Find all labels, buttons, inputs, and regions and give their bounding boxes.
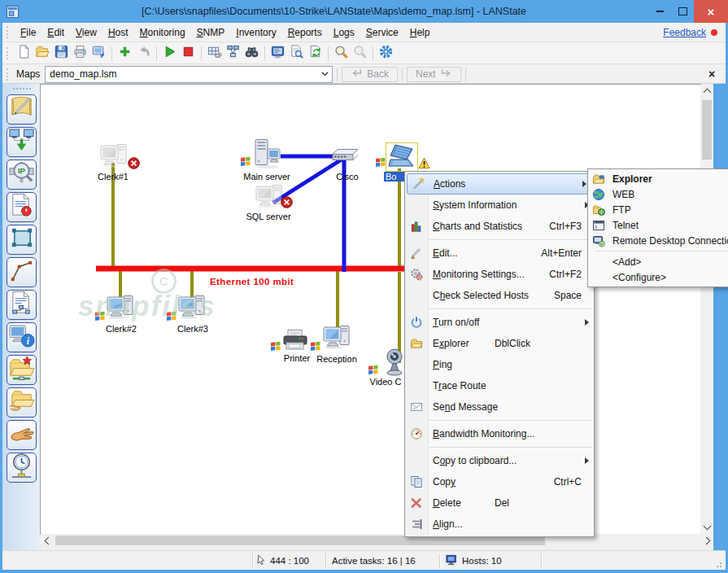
minimize-button[interactable]	[648, 0, 671, 23]
submenu-item-explorer[interactable]: Explorer	[588, 171, 728, 186]
close-button[interactable]: ×	[694, 0, 728, 23]
new-map-button[interactable]	[15, 44, 33, 63]
submenu-arrow-icon	[585, 319, 589, 326]
node-label: Video C	[364, 377, 407, 387]
monitoring-timer-button[interactable]	[7, 453, 37, 483]
start-monitoring-button[interactable]	[160, 44, 179, 63]
scroll-up-button[interactable]	[700, 85, 713, 98]
menu-host[interactable]: Host	[102, 27, 134, 38]
menu-view[interactable]: View	[70, 27, 102, 38]
device-list-button[interactable]	[268, 44, 287, 63]
scan-network-button[interactable]	[224, 44, 242, 63]
scroll-right-button[interactable]	[700, 534, 713, 547]
add-network-place-button[interactable]	[7, 355, 37, 385]
menu-item-system-information[interactable]: System Information	[405, 195, 594, 216]
vertical-scroll-thumb[interactable]	[702, 100, 712, 160]
zoom-out-button[interactable]	[351, 44, 369, 63]
menu-service[interactable]: Service	[360, 27, 404, 38]
scroll-left-button[interactable]	[41, 534, 54, 547]
menu-edit[interactable]: Edit	[41, 27, 70, 38]
play-icon	[162, 44, 177, 63]
folder-icon	[405, 337, 427, 350]
draw-link-button[interactable]	[7, 257, 37, 287]
pencil-icon	[405, 247, 427, 260]
menu-monitoring[interactable]: Monitoring	[134, 27, 191, 38]
find-host-button[interactable]	[242, 44, 261, 63]
menu-item-delete[interactable]: DeleteDel	[405, 492, 594, 514]
menu-item-turn-on-off[interactable]: Turn on/off	[405, 312, 594, 333]
menu-file[interactable]: File	[15, 27, 41, 38]
map-preview-button[interactable]	[287, 44, 306, 63]
menu-shortcut: Ctrl+C	[554, 476, 582, 488]
stop-icon	[181, 44, 196, 63]
host-list-button[interactable]	[7, 290, 37, 320]
menu-item-edit[interactable]: Edit...Alt+Enter	[405, 243, 594, 264]
submenu-item-telnet[interactable]: Telnet	[588, 217, 728, 233]
menu-item-align[interactable]: Align...	[405, 514, 594, 535]
menu-item-check-selected-hosts[interactable]: Check Selected HostsSpace	[405, 285, 594, 306]
stop-monitoring-button[interactable]	[179, 44, 198, 63]
menu-reports[interactable]: Reports	[282, 27, 328, 38]
submenu-item-web[interactable]: WEB	[588, 186, 728, 202]
map-wizard-button[interactable]	[7, 94, 37, 125]
menu-item-monitoring-settings[interactable]: Monitoring Settings...Ctrl+F2	[405, 264, 594, 285]
map-selector[interactable]: demo_map.lsm	[45, 66, 333, 83]
back-button[interactable]: Back	[342, 67, 398, 82]
settings-button[interactable]	[377, 44, 395, 63]
open-map-button[interactable]	[33, 44, 52, 63]
add-host-button[interactable]	[116, 44, 134, 63]
desktop-icon	[255, 184, 284, 212]
menu-item-bandwidth-monitoring[interactable]: Bandwidth Monitoring...	[405, 423, 594, 444]
zoom-in-button[interactable]	[332, 44, 351, 63]
chevron-down-icon[interactable]	[317, 71, 332, 77]
save-map-button[interactable]	[52, 44, 71, 63]
host-information-button[interactable]: i	[7, 322, 37, 352]
undo-button[interactable]	[134, 44, 153, 63]
menu-inventory[interactable]: Inventory	[230, 27, 281, 38]
toolbar-separator	[337, 68, 338, 81]
menu-item-actions[interactable]: Actions	[407, 173, 592, 195]
submenu-item-label: FTP	[612, 204, 631, 216]
create-map-button[interactable]	[205, 44, 224, 63]
ip-scan-button[interactable]: IP	[7, 160, 37, 190]
scan-network-button[interactable]	[7, 127, 37, 157]
feedback-link[interactable]: Feedback	[663, 27, 706, 38]
refresh-map-button[interactable]	[306, 44, 325, 63]
resize-grip[interactable]	[716, 560, 724, 568]
next-button[interactable]: Next	[407, 67, 461, 82]
menu-item-explorer[interactable]: ExplorerDblClick	[405, 333, 594, 354]
menu-item-trace-route[interactable]: Trace Route	[405, 375, 594, 396]
shared-folders-button[interactable]	[7, 387, 37, 418]
print-button[interactable]	[71, 44, 89, 63]
map-canvas[interactable]	[40, 84, 701, 535]
submenu-item-add[interactable]: <Add>	[588, 254, 728, 269]
net-clock-icon	[8, 453, 35, 483]
window-left-border	[0, 0, 2, 573]
select-area-button[interactable]	[7, 225, 37, 255]
gear-blue-icon	[378, 44, 394, 63]
maximize-button[interactable]	[671, 0, 694, 23]
submenu-item-ftp[interactable]: FTP	[588, 202, 728, 217]
pointer-tool-button[interactable]	[7, 420, 37, 450]
menu-item-ping[interactable]: Ping	[405, 354, 594, 375]
scroll-down-button[interactable]	[700, 521, 713, 534]
menu-snmp[interactable]: SNMP	[191, 27, 231, 38]
menu-item-copy-to-clipboard[interactable]: Copy to clipboard...	[405, 450, 594, 471]
submenu-item-remote-desktop-connection[interactable]: Remote Desktop Connection	[588, 233, 728, 248]
monitoring-checks-button[interactable]	[7, 192, 37, 222]
align-icon	[405, 518, 427, 531]
doc-new-icon	[16, 44, 32, 63]
export-image-button[interactable]	[89, 44, 108, 63]
node-label: Bo	[384, 172, 407, 182]
submenu-item-configure[interactable]: <Configure>	[588, 269, 728, 285]
telnet-icon	[588, 219, 609, 232]
close-maps-bar-button[interactable]: ×	[705, 68, 718, 81]
menu-help[interactable]: Help	[404, 27, 436, 38]
folder-new-icon	[8, 355, 35, 385]
menu-item-send-message[interactable]: Send Message	[405, 396, 594, 418]
submenu-item-label: WEB	[612, 189, 634, 200]
menu-logs[interactable]: Logs	[328, 27, 360, 38]
menu-item-copy[interactable]: CopyCtrl+C	[405, 471, 594, 492]
title-bar[interactable]: [C:\Users\snapfiles\Documents\10-Strike\…	[0, 0, 728, 23]
menu-item-charts-and-statistics[interactable]: Charts and StatisticsCtrl+F3	[405, 216, 594, 237]
